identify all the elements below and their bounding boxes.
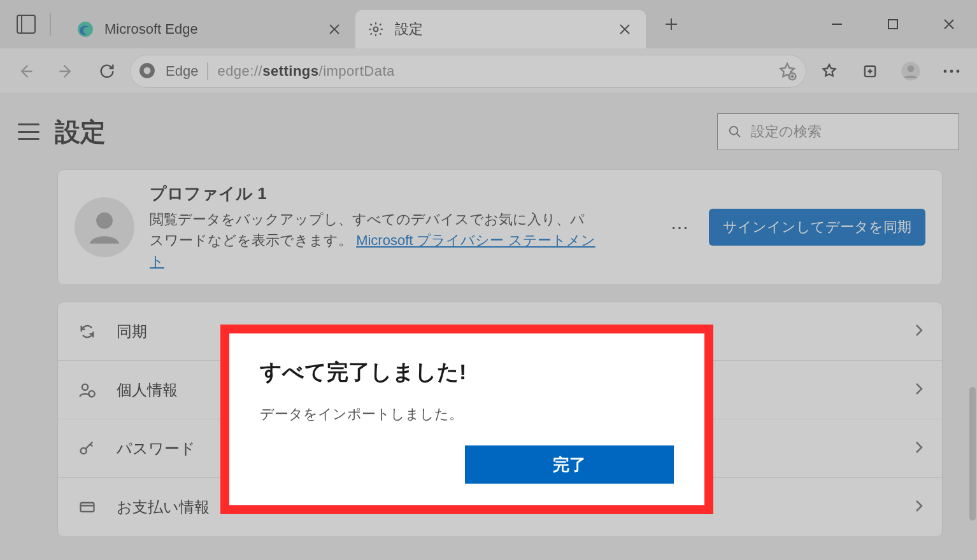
address-prefix: Edge [166, 63, 198, 80]
url-part: /importData [319, 63, 395, 79]
new-tab-button[interactable] [657, 10, 685, 38]
close-icon[interactable] [325, 20, 344, 39]
chevron-right-icon [914, 440, 924, 458]
edge-logo-icon [139, 62, 157, 80]
card-icon [76, 498, 99, 516]
key-icon [76, 440, 99, 458]
profile-more-button[interactable]: ⋯ [666, 217, 694, 238]
favorite-add-icon[interactable] [777, 61, 797, 81]
back-button[interactable] [8, 53, 43, 89]
toolbar: Edge edge://settings/importData [0, 48, 977, 94]
svg-rect-2 [888, 20, 897, 29]
favorites-button[interactable] [811, 53, 847, 89]
profile-card: プロファイル 1 閲覧データをバックアップし、すべてのデバイスでお気に入り、パス… [57, 169, 943, 285]
svg-point-8 [908, 65, 915, 72]
forward-button[interactable] [48, 53, 84, 89]
done-button[interactable]: 完了 [465, 445, 674, 484]
tab-actions-icon[interactable] [17, 15, 36, 34]
maximize-button[interactable] [865, 0, 921, 48]
svg-point-4 [144, 67, 151, 74]
import-complete-dialog: すべて完了しました! データをインポートしました。 完了 [220, 325, 713, 514]
svg-rect-17 [81, 503, 94, 512]
settings-search-input[interactable] [751, 123, 948, 140]
gear-icon [367, 20, 385, 38]
tab-settings[interactable]: 設定 [355, 10, 646, 48]
dialog-body: データをインポートしました。 [260, 405, 674, 424]
close-window-button[interactable] [921, 0, 977, 48]
profile-name: プロファイル 1 [150, 183, 650, 205]
sync-icon [76, 323, 99, 340]
chevron-right-icon [914, 381, 924, 399]
hamburger-icon[interactable] [18, 123, 39, 140]
refresh-button[interactable] [89, 53, 125, 89]
svg-point-12 [730, 127, 738, 135]
profile-desc: 閲覧データをバックアップし、すべてのデバイスでお気に入り、パスワードなどを表示で… [150, 209, 595, 272]
window-controls [809, 0, 977, 48]
svg-point-10 [950, 69, 953, 73]
url-part: edge:// [217, 63, 262, 79]
address-bar[interactable]: Edge edge://settings/importData [130, 55, 806, 88]
separator [207, 62, 208, 80]
tab-title: 設定 [395, 20, 615, 39]
minimize-button[interactable] [809, 0, 865, 48]
tab-edge[interactable]: Microsoft Edge [65, 10, 355, 48]
url-part-bold: settings [262, 63, 318, 79]
tab-title: Microsoft Edge [104, 21, 325, 38]
svg-point-16 [81, 447, 87, 453]
svg-point-14 [82, 384, 88, 389]
profile-button[interactable] [893, 53, 929, 89]
svg-point-1 [374, 27, 378, 32]
svg-point-13 [96, 213, 113, 229]
search-icon [728, 124, 742, 139]
chevron-right-icon [914, 498, 924, 516]
svg-point-11 [957, 69, 960, 73]
edge-favicon-icon [76, 20, 94, 38]
address-url: edge://settings/importData [217, 63, 394, 80]
separator [50, 13, 51, 36]
avatar [75, 197, 134, 257]
page-header: 設定 [0, 94, 977, 169]
scrollbar[interactable] [969, 387, 976, 521]
svg-point-9 [944, 69, 947, 73]
titlebar: Microsoft Edge 設定 [0, 0, 977, 48]
more-button[interactable] [934, 53, 969, 89]
settings-search[interactable] [717, 113, 959, 150]
signin-sync-button[interactable]: サインインしてデータを同期 [709, 209, 925, 246]
chevron-right-icon [914, 323, 924, 340]
collections-button[interactable] [852, 53, 888, 89]
person-icon [76, 381, 99, 399]
dialog-title: すべて完了しました! [260, 358, 674, 387]
page-title: 設定 [55, 115, 106, 150]
close-icon[interactable] [615, 20, 634, 39]
svg-point-15 [89, 391, 94, 396]
